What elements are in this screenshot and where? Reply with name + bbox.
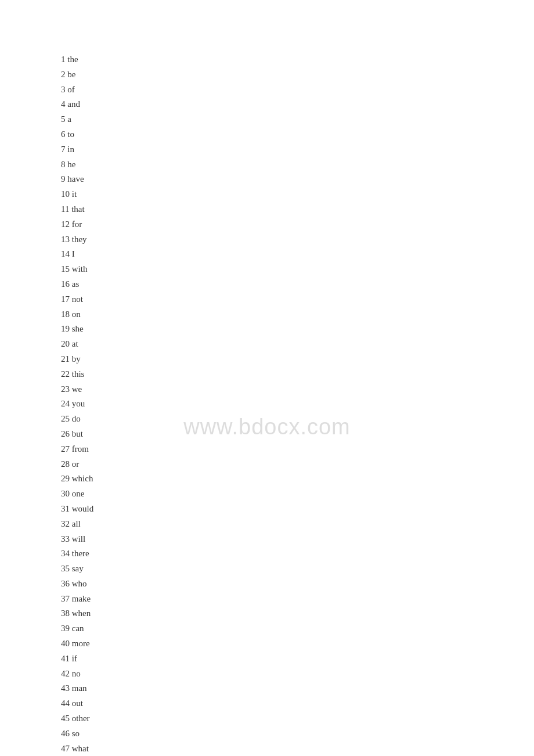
list-item: 46 so [61, 726, 534, 741]
list-item: 42 no [61, 667, 534, 682]
list-item: 35 say [61, 561, 534, 577]
list-item: 37 make [61, 592, 534, 607]
list-item: 18 on [61, 307, 534, 322]
list-item: 26 but [61, 427, 534, 442]
list-item: 20 at [61, 337, 534, 352]
list-item: 43 man [61, 681, 534, 696]
list-item: 41 if [61, 651, 534, 667]
list-item: 33 will [61, 532, 534, 547]
list-item: 36 who [61, 577, 534, 592]
list-item: 40 more [61, 636, 534, 651]
list-item: 30 one [61, 487, 534, 502]
list-item: 15 with [61, 262, 534, 277]
list-item: 34 there [61, 546, 534, 561]
list-item: 24 you [61, 397, 534, 412]
list-item: 22 this [61, 367, 534, 382]
list-item: 31 would [61, 502, 534, 517]
list-item: 45 other [61, 711, 534, 726]
list-item: 27 from [61, 442, 534, 457]
list-item: 32 all [61, 517, 534, 532]
list-item: 29 which [61, 471, 534, 487]
list-item: 1 the [61, 52, 534, 67]
list-item: 13 they [61, 232, 534, 247]
list-item: 23 we [61, 382, 534, 397]
list-item: 19 she [61, 322, 534, 337]
list-item: 39 can [61, 621, 534, 636]
list-item: 6 to [61, 127, 534, 142]
list-item: 3 of [61, 82, 534, 98]
list-item: 4 and [61, 97, 534, 112]
list-item: 12 for [61, 217, 534, 232]
list-item: 38 when [61, 606, 534, 621]
list-item: 44 out [61, 696, 534, 711]
list-item: 2 be [61, 67, 534, 82]
list-item: 10 it [61, 187, 534, 202]
list-item: 25 do [61, 412, 534, 427]
word-list: 1 the2 be3 of4 and5 a6 to7 in8 he9 have1… [0, 0, 534, 756]
list-item: 9 have [61, 172, 534, 187]
list-item: 7 in [61, 142, 534, 157]
list-item: 8 he [61, 157, 534, 172]
list-item: 14 I [61, 247, 534, 262]
list-item: 5 a [61, 112, 534, 127]
list-item: 28 or [61, 457, 534, 472]
list-item: 21 by [61, 352, 534, 367]
list-item: 17 not [61, 292, 534, 307]
list-item: 11 that [61, 202, 534, 217]
list-item: 47 what [61, 741, 534, 756]
list-item: 16 as [61, 277, 534, 292]
